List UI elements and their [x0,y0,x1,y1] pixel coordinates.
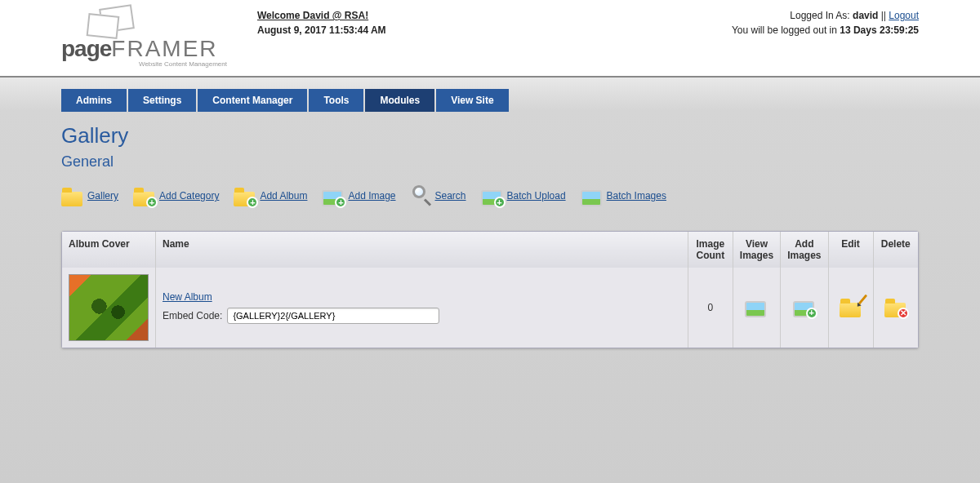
tab-admins[interactable]: Admins [61,89,127,112]
timeout-label: You will be logged out in [732,24,840,36]
action-add-album[interactable]: + Add Album [234,185,307,206]
plus-badge-icon: + [806,308,817,319]
album-table: Album Cover Name Image Count View Images… [61,231,919,348]
table-row: New Album Embed Code: 0 + [62,268,918,348]
th-delete: Delete [873,232,918,268]
th-album-cover: Album Cover [62,232,156,268]
search-icon [411,185,432,206]
logo-subtext: Website Content Management [139,60,227,68]
action-search[interactable]: Search [411,185,466,206]
th-image-count: Image Count [688,232,733,268]
action-add-album-link[interactable]: Add Album [260,190,307,202]
page-subtitle: General [61,153,980,171]
action-gallery[interactable]: Gallery [61,185,118,206]
album-name-link[interactable]: New Album [163,291,212,303]
action-gallery-link[interactable]: Gallery [87,190,118,202]
picture-plus-icon: + [322,185,345,206]
picture-icon [581,185,604,206]
timeout-value: 13 Days 23:59:25 [840,24,919,36]
album-cover-thumbnail[interactable] [69,274,149,341]
embed-label: Embed Code: [163,310,222,321]
add-images-button[interactable]: + [793,296,816,317]
action-batch-images[interactable]: Batch Images [581,185,666,206]
picture-icon [745,301,766,317]
page-title: Gallery [61,123,980,148]
logo[interactable]: pageFRAMER Website Content Management [61,7,241,72]
header-datetime: August 9, 2017 11:53:44 AM [257,24,732,36]
tab-tools[interactable]: Tools [309,89,363,112]
cell-cover [62,268,156,348]
action-add-category[interactable]: + Add Category [133,185,219,206]
cell-edit [828,268,873,348]
th-name: Name [156,232,688,268]
action-add-image-link[interactable]: Add Image [348,190,395,202]
username: david [853,10,878,21]
view-images-button[interactable] [745,296,768,317]
action-search-link[interactable]: Search [435,190,466,202]
embed-code-input[interactable] [227,308,439,324]
header-bar: pageFRAMER Website Content Management We… [0,0,980,78]
action-add-category-link[interactable]: Add Category [159,190,219,202]
th-view-images: View Images [733,232,780,268]
action-bar: Gallery + Add Category + Add Album + Add… [61,185,980,206]
cell-image-count: 0 [688,268,733,348]
action-batch-images-link[interactable]: Batch Images [607,190,666,202]
th-edit: Edit [828,232,873,268]
delete-button[interactable]: ✕ [884,296,907,317]
folder-plus-icon: + [133,185,156,206]
action-add-image[interactable]: + Add Image [322,185,395,206]
action-batch-upload[interactable]: + Batch Upload [481,185,566,206]
pencil-icon [858,294,866,304]
folder-icon [61,185,84,206]
welcome-block: Welcome David @ RSA! August 9, 2017 11:5… [257,7,732,36]
logo-text-1: page [61,36,111,61]
welcome-link[interactable]: Welcome David @ RSA! [257,10,368,21]
edit-button[interactable] [840,296,862,317]
logged-in-label: Logged In As: [790,10,853,21]
tab-settings[interactable]: Settings [128,89,196,112]
main-nav: Admins Settings Content Manager Tools Mo… [61,89,980,112]
logout-link[interactable]: Logout [889,10,919,21]
cell-view-images [733,268,780,348]
session-block: Logged In As: david || Logout You will b… [732,7,919,36]
cell-delete: ✕ [873,268,918,348]
action-batch-upload-link[interactable]: Batch Upload [507,190,566,202]
tab-content-manager[interactable]: Content Manager [198,89,307,112]
delete-badge-icon: ✕ [898,308,909,319]
picture-plus-icon: + [481,185,504,206]
folder-plus-icon: + [234,185,256,206]
tab-modules[interactable]: Modules [365,89,434,112]
th-add-images: Add Images [781,232,828,268]
table-header-row: Album Cover Name Image Count View Images… [62,232,918,268]
cell-name: New Album Embed Code: [156,268,688,348]
cell-add-images: + [781,268,828,348]
tab-view-site[interactable]: View Site [436,89,508,112]
logo-text-2: FRAMER [111,36,217,61]
